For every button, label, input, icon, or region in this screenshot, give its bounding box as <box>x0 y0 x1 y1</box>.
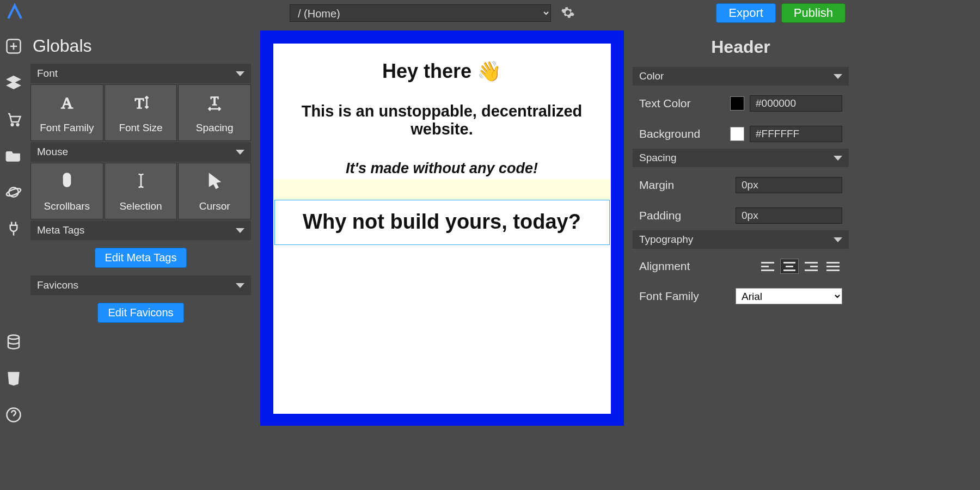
tile-cursor[interactable]: Cursor <box>178 163 251 219</box>
svg-text:T: T <box>211 94 219 108</box>
publish-button[interactable]: Publish <box>781 3 846 23</box>
tile-spacing[interactable]: T Spacing <box>178 84 251 141</box>
align-justify-button[interactable] <box>824 259 842 274</box>
selected-element[interactable]: Why not build yours, today? <box>274 200 610 245</box>
plus-square-icon <box>5 48 22 56</box>
canvas-heading-1[interactable]: Hey there 👋 <box>279 60 605 83</box>
margin-input[interactable] <box>736 177 842 193</box>
text-color-swatch[interactable] <box>730 96 744 111</box>
chevron-down-icon <box>236 150 244 155</box>
layers-button[interactable] <box>4 74 23 94</box>
text-color-input[interactable] <box>750 95 842 112</box>
tool-rail <box>0 26 27 426</box>
help-button[interactable] <box>4 406 23 426</box>
layers-icon <box>5 84 22 93</box>
section-favicons-header[interactable]: Favicons <box>30 275 251 295</box>
section-label: Meta Tags <box>37 224 84 236</box>
section-typography-header[interactable]: Typography <box>633 230 849 249</box>
page-settings-button[interactable] <box>559 3 577 23</box>
prop-label-padding: Padding <box>639 209 730 222</box>
database-icon <box>5 344 22 352</box>
svg-point-4 <box>5 187 21 198</box>
tile-label: Font Family <box>40 122 94 134</box>
font-family-icon: A <box>57 93 77 114</box>
canvas-heading-4[interactable]: Why not build yours, today? <box>280 208 604 236</box>
canvas-heading-3[interactable]: It's made without any code! <box>279 160 605 177</box>
letter-spacing-icon: T <box>205 93 224 114</box>
section-label: Favicons <box>37 279 78 291</box>
plug-icon <box>5 230 22 238</box>
data-button[interactable] <box>4 333 23 353</box>
prop-label-text-color: Text Color <box>639 97 725 110</box>
mouse-icon <box>57 171 77 193</box>
canvas-page[interactable]: Hey there 👋 This is an unstoppable, dece… <box>273 44 611 414</box>
svg-point-1 <box>11 124 14 126</box>
app-logo-icon <box>5 3 24 23</box>
font-size-icon: T <box>131 93 151 114</box>
svg-rect-10 <box>64 174 70 187</box>
section-label: Font <box>37 68 58 79</box>
padding-input[interactable] <box>736 207 842 224</box>
svg-text:T: T <box>134 95 144 112</box>
export-button[interactable]: Export <box>716 3 776 23</box>
globals-button[interactable] <box>4 183 23 203</box>
commerce-button[interactable] <box>4 110 23 130</box>
tile-label: Cursor <box>199 200 230 212</box>
tile-label: Scrollbars <box>44 200 90 212</box>
align-center-button[interactable] <box>780 259 799 274</box>
cursor-arrow-icon <box>205 171 224 193</box>
page-selector[interactable]: / (Home) <box>290 4 551 22</box>
section-mouse-header[interactable]: Mouse <box>30 142 251 162</box>
help-icon <box>5 416 22 425</box>
add-block-button[interactable] <box>4 37 23 57</box>
highlight-band <box>273 179 611 200</box>
section-spacing-header[interactable]: Spacing <box>633 149 849 167</box>
planet-icon <box>5 194 22 202</box>
align-right-button[interactable] <box>802 259 820 274</box>
section-color-header[interactable]: Color <box>633 67 849 85</box>
background-swatch[interactable] <box>730 127 744 141</box>
section-label: Mouse <box>37 146 68 158</box>
chevron-down-icon <box>834 237 842 242</box>
canvas-heading-2[interactable]: This is an unstoppable, decentralized we… <box>279 102 605 138</box>
section-label: Typography <box>639 234 693 246</box>
chevron-down-icon <box>834 74 842 79</box>
chevron-down-icon <box>236 228 244 233</box>
background-input[interactable] <box>750 126 842 142</box>
tile-selection[interactable]: Selection <box>105 163 177 219</box>
edit-meta-tags-button[interactable]: Edit Meta Tags <box>95 248 187 268</box>
left-panel: Globals Font A Font Family T Font Size T… <box>27 26 253 426</box>
folder-icon <box>5 157 22 166</box>
files-button[interactable] <box>4 146 23 167</box>
svg-point-2 <box>16 124 19 126</box>
canvas-area: Hey there 👋 This is an unstoppable, dece… <box>253 26 630 426</box>
tile-label: Selection <box>119 200 162 212</box>
tile-label: Spacing <box>196 122 234 134</box>
prop-label-font-family: Font Family <box>639 290 730 303</box>
edit-favicons-button[interactable]: Edit Favicons <box>97 303 183 323</box>
align-left-button[interactable] <box>758 259 777 274</box>
font-family-select[interactable]: Arial <box>736 288 842 304</box>
tile-label: Font Size <box>119 122 162 134</box>
topbar: / (Home) Export Publish <box>0 0 851 26</box>
canvas-frame: Hey there 👋 This is an unstoppable, dece… <box>260 30 624 426</box>
chevron-down-icon <box>834 156 842 161</box>
css-shield-icon <box>5 380 22 388</box>
section-label: Color <box>639 70 664 82</box>
tile-font-family[interactable]: A Font Family <box>30 84 103 141</box>
section-label: Spacing <box>639 152 677 164</box>
chevron-down-icon <box>236 71 244 76</box>
integrations-button[interactable] <box>4 219 23 240</box>
svg-point-5 <box>8 335 19 340</box>
tile-scrollbars[interactable]: Scrollbars <box>30 163 103 219</box>
prop-label-alignment: Alignment <box>639 260 753 273</box>
gear-icon <box>561 13 575 21</box>
css-button[interactable] <box>4 369 23 389</box>
tile-font-size[interactable]: T Font Size <box>105 84 177 141</box>
svg-text:A: A <box>61 94 73 112</box>
section-meta-header[interactable]: Meta Tags <box>30 220 251 240</box>
right-panel: Header Color Text Color Background Spaci… <box>630 26 851 426</box>
section-font-header[interactable]: Font <box>30 64 251 83</box>
left-panel-title: Globals <box>33 36 249 56</box>
prop-label-background: Background <box>639 127 725 140</box>
